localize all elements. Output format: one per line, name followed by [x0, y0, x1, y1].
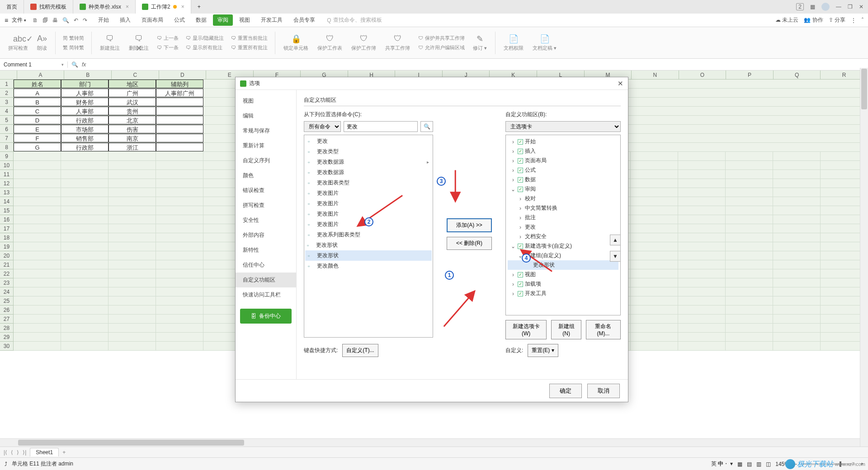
sidebar-item[interactable]: 新特性 — [236, 243, 296, 258]
remove-button[interactable]: << 删除(R) — [447, 237, 492, 250]
tree-item[interactable]: ⌄✓新建选项卡(自定义) — [508, 241, 618, 251]
add-sheet-icon[interactable]: + — [62, 449, 66, 456]
sidebar-item[interactable]: 自定义功能区 — [236, 273, 296, 287]
menu-view[interactable]: 视图 — [235, 14, 255, 26]
user-avatar-icon[interactable] — [821, 3, 830, 11]
command-item[interactable]: ▫更改数据源 — [305, 167, 432, 178]
command-item[interactable]: ▫更改类型 — [305, 146, 432, 157]
move-up-button[interactable]: ▲ — [610, 235, 621, 245]
sheet-prev-icon[interactable]: ⟨ — [11, 449, 13, 456]
redo-icon[interactable]: ↷ — [83, 17, 87, 24]
tree-item[interactable]: ›✓数据 — [508, 175, 618, 184]
ribbon-read[interactable]: A»朗读 — [34, 34, 50, 52]
file-menu[interactable]: 文件▾ — [12, 16, 26, 24]
tab-file-2[interactable]: 工作簿2× — [136, 0, 191, 14]
customize-shortcut-button[interactable]: 自定义(T)... — [342, 344, 378, 357]
dialog-close-icon[interactable]: ✕ — [618, 80, 623, 88]
tab-file-1[interactable]: 种类单价.xlsx× — [73, 0, 136, 14]
ribbon-share-book[interactable]: 🛡共享工作簿 — [382, 34, 413, 52]
tab-template[interactable]: 找稻壳模板 — [24, 0, 73, 14]
tree-item[interactable]: ›校对 — [508, 194, 618, 203]
menu-layout[interactable]: 页面布局 — [137, 14, 168, 26]
close-icon[interactable]: × — [126, 4, 129, 10]
tab-home[interactable]: 首页 — [0, 0, 24, 14]
row-headers[interactable]: 1234567891011121314151617181920212223242… — [0, 80, 14, 351]
cancel-button[interactable]: 取消 — [587, 384, 620, 398]
sidebar-item[interactable]: 重新计算 — [236, 138, 296, 153]
command-item[interactable]: ▫更改图表类型 — [305, 178, 432, 188]
sheet-first-icon[interactable]: |⟨ — [4, 449, 7, 456]
hamburger-icon[interactable]: ≡ — [5, 17, 8, 24]
new-tab-button[interactable]: + — [191, 0, 207, 14]
ribbon-del-comment[interactable]: 🗨✕删除批注 — [126, 34, 151, 52]
view-break-icon[interactable]: ▥ — [756, 461, 761, 467]
sidebar-item[interactable]: 信任中心 — [236, 258, 296, 273]
sidebar-item[interactable]: 错误检查 — [236, 183, 296, 198]
sidebar-item[interactable]: 外部内容 — [236, 228, 296, 243]
coop-button[interactable]: 👥 协作 — [804, 16, 823, 24]
sidebar-item[interactable]: 安全性 — [236, 213, 296, 228]
add-button[interactable]: 添加(A) >> — [447, 218, 492, 232]
view-page-icon[interactable]: ▤ — [747, 461, 752, 467]
ribbon-revise[interactable]: ✎修订 ▾ — [470, 34, 490, 52]
tree-item[interactable]: ›✓开发工具 — [508, 289, 618, 298]
ribbon-scope-select[interactable]: 主选项卡 — [505, 121, 621, 132]
command-item[interactable]: ▫更改图片 — [305, 198, 432, 209]
ime-status[interactable]: 英 中・ ▾ — [711, 460, 733, 468]
ribbon-spellcheck[interactable]: abc✓拼写检查 — [5, 34, 31, 52]
view-normal-icon[interactable]: ▦ — [737, 461, 742, 467]
tree-item[interactable]: ›✓视图 — [508, 270, 618, 279]
command-item[interactable]: ▫更改 — [305, 136, 432, 146]
view-reader-icon[interactable]: ◫ — [766, 461, 771, 467]
tree-item[interactable]: ›批注 — [508, 213, 618, 222]
rename-button[interactable]: 重命名(M)... — [586, 320, 621, 339]
sidebar-item[interactable]: 快速访问工具栏 — [236, 287, 296, 302]
save-icon[interactable]: 🗎 — [33, 17, 38, 24]
search-hint[interactable]: 查找命令、搜索模板 — [333, 16, 382, 24]
ribbon-doc-final[interactable]: 📄文档定稿 ▾ — [530, 34, 559, 52]
ribbon-doc-perm[interactable]: 📄文档权限 — [501, 34, 526, 52]
print-icon[interactable]: 🖶 — [52, 17, 58, 24]
close-window-icon[interactable]: ✕ — [859, 4, 863, 10]
search-fx-icon[interactable]: 🔍 — [71, 61, 78, 68]
command-item[interactable]: ▫更改数据源▸ — [305, 157, 432, 167]
undo-icon[interactable]: ↶ — [74, 17, 78, 24]
sidebar-item[interactable]: 拼写检查 — [236, 198, 296, 213]
new-group-button[interactable]: 新建组(N) — [551, 320, 581, 339]
more-icon[interactable]: ⋮ — [851, 17, 856, 24]
preview-icon[interactable]: 🔍 — [62, 17, 69, 24]
sheet-next-icon[interactable]: ⟩ — [17, 449, 19, 456]
ribbon-protect-more[interactable]: 🛡 保护并共享工作簿 🛡 允许用户编辑区域 — [416, 34, 467, 52]
command-item[interactable]: ▫更改颜色 — [305, 261, 432, 271]
cloud-status[interactable]: ☁ 未上云 — [775, 16, 798, 24]
search-icon[interactable]: 🔍 — [420, 121, 433, 132]
status-arrow-icon[interactable]: ⤴ — [5, 461, 7, 467]
ribbon-new-comment[interactable]: 🗨新建批注 — [97, 34, 123, 52]
close-icon[interactable]: × — [181, 4, 184, 10]
maximize-icon[interactable]: ❐ — [848, 4, 853, 10]
move-down-button[interactable]: ▼ — [610, 251, 621, 262]
menu-devtools[interactable]: 开发工具 — [256, 14, 287, 26]
share-button[interactable]: ⇪ 分享 — [829, 16, 845, 24]
command-item[interactable]: ▫更改形状 — [305, 240, 432, 250]
tree-item[interactable]: ›✓加载项 — [508, 279, 618, 289]
tree-item[interactable]: ›✓插入 — [508, 146, 618, 156]
ribbon-protect-book[interactable]: 🛡保护工作簿 — [349, 34, 379, 52]
menu-start[interactable]: 开始 — [94, 14, 113, 26]
commands-source-select[interactable]: 所有命令 — [304, 121, 341, 132]
sidebar-item[interactable]: 编辑 — [236, 108, 296, 123]
sidebar-item[interactable]: 常规与保存 — [236, 123, 296, 138]
command-search-input[interactable] — [344, 121, 418, 132]
menu-data[interactable]: 数据 — [191, 14, 211, 26]
ribbon-comment-reset[interactable]: 🗨 重置当前批注 🗨 重置所有批注 — [229, 34, 269, 52]
commands-listbox[interactable]: ▫更改▫更改类型▫更改数据源▸▫更改数据源▫更改图表类型▫更改图片▫更改图片▫更… — [304, 135, 433, 338]
ribbon-tree[interactable]: ›✓开始›✓插入›✓页面布局›✓公式›✓数据⌄✓审阅›校对›中文简繁转换›批注›… — [505, 135, 621, 315]
command-item[interactable]: ▫更改系列图表类型 — [305, 230, 432, 240]
command-item[interactable]: ▫更改图片 — [305, 188, 432, 198]
search-icon[interactable]: Q — [327, 17, 331, 24]
apps-icon[interactable]: ▦ — [810, 4, 815, 10]
ribbon-comment-nav[interactable]: 🗨 上一条 🗨 下一条 — [155, 34, 180, 52]
menu-insert[interactable]: 插入 — [115, 14, 135, 26]
tree-item[interactable]: ›✓页面布局 — [508, 156, 618, 165]
ribbon-comment-show[interactable]: 🗨 显示/隐藏批注 🗨 显示所有批注 — [184, 34, 226, 52]
